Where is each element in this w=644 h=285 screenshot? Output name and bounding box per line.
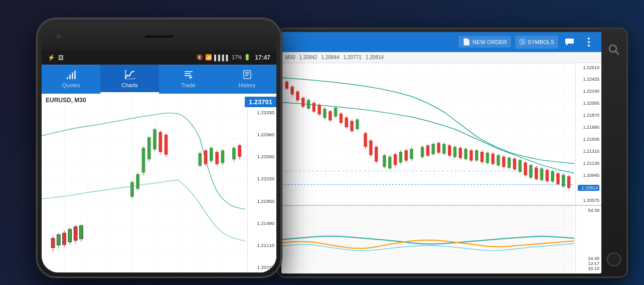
symbols-label: SYMBOLS xyxy=(528,39,554,45)
svg-rect-1 xyxy=(69,75,71,79)
svg-rect-161 xyxy=(567,176,570,187)
svg-point-56 xyxy=(588,41,590,43)
symbols-icon: Ⓢ xyxy=(519,38,526,47)
new-order-button[interactable]: 📄 NEW ORDER xyxy=(458,36,511,48)
charts-icon xyxy=(125,70,135,81)
svg-rect-95 xyxy=(383,155,386,166)
svg-rect-79 xyxy=(334,107,337,116)
svg-rect-71 xyxy=(312,103,315,112)
svg-rect-133 xyxy=(491,153,494,164)
svg-rect-24 xyxy=(74,226,77,240)
svg-rect-58 xyxy=(281,63,574,205)
svg-rect-137 xyxy=(502,156,505,167)
t-price-4: 1.22055 xyxy=(578,101,599,106)
symbols-button[interactable]: Ⓢ SYMBOLS xyxy=(515,36,558,49)
svg-rect-125 xyxy=(469,150,472,161)
tablet-main-svg xyxy=(281,63,601,205)
svg-rect-103 xyxy=(404,150,407,161)
svg-rect-16 xyxy=(51,238,55,247)
svg-rect-52 xyxy=(232,148,236,159)
svg-rect-36 xyxy=(153,129,156,149)
svg-rect-13 xyxy=(245,75,248,76)
svg-rect-34 xyxy=(147,137,151,159)
phone-price-labels: 1.23330 1.22960 1.22590 1.22220 1.21850 … xyxy=(247,108,276,272)
phone-inner: ⚡ 🖼 🔇 📶 ▌▌▌▌ 17% 🔋 17:47 xyxy=(42,23,276,272)
svg-rect-46 xyxy=(210,148,213,161)
svg-rect-145 xyxy=(524,162,527,175)
svg-rect-54 xyxy=(238,145,241,156)
t-price-7: 1.21500 xyxy=(578,137,599,142)
signal-icon: ▌▌▌▌ xyxy=(214,55,230,61)
more-options-button[interactable] xyxy=(581,35,596,50)
svg-rect-89 xyxy=(364,133,367,146)
quotes-icon xyxy=(66,70,76,81)
tablet-indicator-chart: 54.39 24.45 12.17 30.10 xyxy=(281,206,601,273)
t-price-8: 1.21315 xyxy=(578,149,599,154)
svg-rect-48 xyxy=(215,152,219,164)
svg-rect-6 xyxy=(185,71,193,72)
tab-history[interactable]: History xyxy=(218,65,276,94)
svg-rect-10 xyxy=(244,71,251,79)
search-icon[interactable] xyxy=(608,44,619,58)
svg-rect-67 xyxy=(301,98,304,107)
t-price-1: 1.22610 xyxy=(578,65,599,70)
svg-rect-99 xyxy=(394,154,397,165)
tablet-right-bezel xyxy=(601,29,626,276)
svg-rect-139 xyxy=(508,157,511,168)
clock: 17:47 xyxy=(255,54,270,61)
svg-point-57 xyxy=(588,45,590,47)
svg-rect-2 xyxy=(72,73,73,79)
tab-charts[interactable]: Charts xyxy=(100,65,159,94)
svg-rect-0 xyxy=(67,77,68,79)
t-price-current: 1.20814 xyxy=(578,185,599,191)
price-1: 1.23330 xyxy=(250,110,274,115)
svg-rect-85 xyxy=(350,121,353,131)
svg-rect-73 xyxy=(317,105,320,115)
svg-rect-121 xyxy=(459,148,462,158)
svg-rect-97 xyxy=(388,156,391,168)
svg-rect-91 xyxy=(369,140,372,155)
svg-rect-117 xyxy=(448,145,451,156)
t-price-5: 1.21870 xyxy=(578,113,599,118)
tab-quotes[interactable]: Quotes xyxy=(42,65,100,94)
chat-button[interactable] xyxy=(562,35,577,50)
svg-rect-14 xyxy=(42,94,245,272)
tablet-price-axis: 1.22610 1.22425 1.22240 1.22055 1.21870 … xyxy=(575,63,601,205)
status-right: 🔇 📶 ▌▌▌▌ 17% 🔋 17:47 xyxy=(196,54,270,61)
svg-rect-63 xyxy=(290,86,293,94)
svg-rect-8 xyxy=(185,75,192,76)
price-5: 1.21850 xyxy=(250,198,274,204)
tab-trade[interactable]: Trade xyxy=(159,65,218,94)
history-icon xyxy=(242,70,252,81)
phone-chart-svg xyxy=(42,94,276,272)
phone-speaker xyxy=(144,35,174,39)
quotes-label: Quotes xyxy=(62,82,80,88)
tablet-home-button[interactable] xyxy=(607,252,621,266)
tablet-toolbar: 📄 NEW ORDER Ⓢ SYMBOLS xyxy=(281,32,601,52)
tablet-chart-area: 1.22610 1.22425 1.22240 1.22055 1.21870 … xyxy=(281,63,601,273)
t-price-9: 1.21130 xyxy=(578,161,599,166)
svg-rect-101 xyxy=(399,152,402,163)
svg-rect-127 xyxy=(475,150,478,161)
usb-icon: ⚡ xyxy=(48,54,55,61)
svg-point-165 xyxy=(609,45,616,52)
price-4: 1.22220 xyxy=(250,176,274,181)
charts-label: Charts xyxy=(121,82,137,88)
svg-rect-147 xyxy=(529,165,532,177)
phone-device: ⚡ 🖼 🔇 📶 ▌▌▌▌ 17% 🔋 17:47 xyxy=(36,18,282,278)
indicator-value: 54.39 xyxy=(578,208,599,213)
chart-price-badge: 1.23701 xyxy=(245,97,276,107)
t-price-2: 1.22425 xyxy=(578,77,599,82)
svg-rect-107 xyxy=(421,147,424,157)
svg-rect-22 xyxy=(68,229,72,241)
phone-nav-tabs: Quotes Charts xyxy=(42,65,276,94)
svg-line-166 xyxy=(616,51,619,55)
image-icon: 🖼 xyxy=(58,55,64,61)
svg-rect-115 xyxy=(442,144,445,154)
indicator-label: 24.45 12.17 30.10 xyxy=(578,256,599,271)
svg-marker-9 xyxy=(189,77,193,79)
svg-rect-61 xyxy=(285,82,288,89)
new-order-icon: 📄 xyxy=(462,38,470,46)
svg-rect-164 xyxy=(281,206,574,273)
svg-rect-42 xyxy=(198,153,202,165)
